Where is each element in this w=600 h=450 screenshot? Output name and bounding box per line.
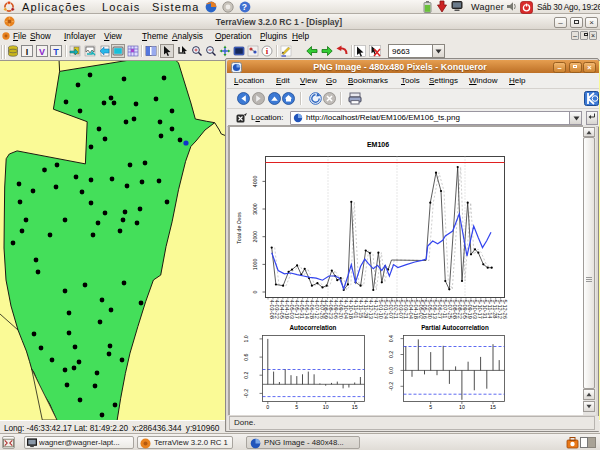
svg-text:0: 0 bbox=[266, 404, 269, 410]
svg-text:V: V bbox=[39, 47, 45, 57]
svg-text:1000: 1000 bbox=[252, 259, 258, 271]
svg-text:4000: 4000 bbox=[252, 176, 258, 188]
svg-text:-0.2: -0.2 bbox=[243, 389, 249, 398]
svg-text:5-12-26: 5-12-26 bbox=[502, 300, 508, 319]
svg-text:10: 10 bbox=[323, 404, 329, 410]
svg-text:Total de Ovos: Total de Ovos bbox=[236, 212, 242, 244]
svg-text:3000: 3000 bbox=[252, 203, 258, 215]
svg-text:0.4: 0.4 bbox=[388, 335, 394, 342]
svg-text:Partial Autocorrelation: Partial Autocorrelation bbox=[421, 324, 489, 331]
svg-text:1.0: 1.0 bbox=[243, 335, 249, 342]
svg-text:10: 10 bbox=[459, 404, 465, 410]
svg-text:15: 15 bbox=[352, 404, 358, 410]
svg-text:0.6: 0.6 bbox=[243, 353, 249, 360]
svg-text:I: I bbox=[26, 47, 29, 57]
svg-text:0.2: 0.2 bbox=[388, 351, 394, 358]
svg-text:-0.2: -0.2 bbox=[388, 382, 394, 391]
svg-text:0: 0 bbox=[252, 290, 258, 293]
svg-text:EM106: EM106 bbox=[367, 141, 389, 148]
svg-text:0.2: 0.2 bbox=[243, 371, 249, 378]
svg-text:5: 5 bbox=[429, 404, 432, 410]
svg-text:2000: 2000 bbox=[252, 231, 258, 243]
svg-text:5: 5 bbox=[295, 404, 298, 410]
svg-text:Autocorrelation: Autocorrelation bbox=[290, 324, 337, 331]
svg-text:T: T bbox=[53, 47, 59, 57]
svg-text:15: 15 bbox=[490, 404, 496, 410]
svg-text:?: ? bbox=[242, 2, 248, 12]
svg-text:0.0: 0.0 bbox=[388, 367, 394, 374]
